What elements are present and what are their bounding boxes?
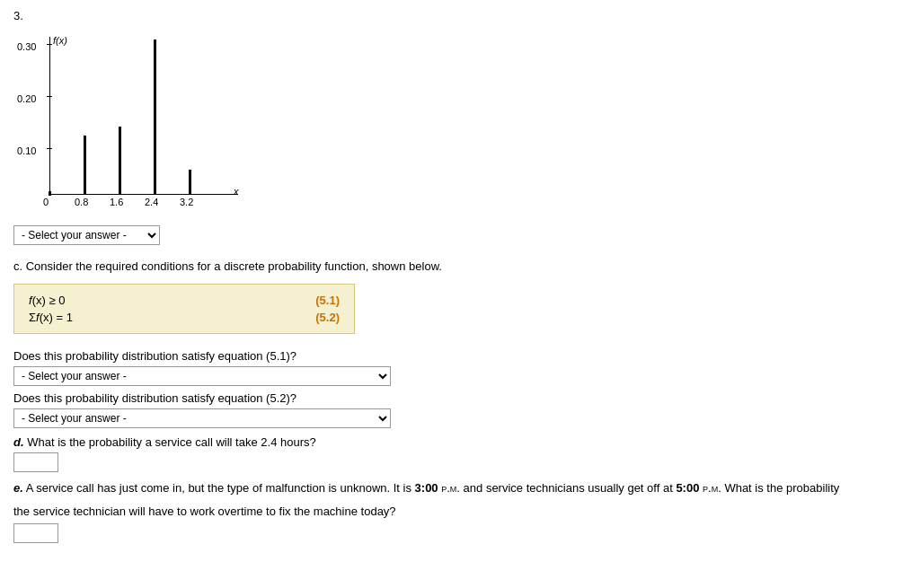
part-e-section: e. A service call has just come in, but … <box>13 479 907 543</box>
x-tick-32: 3.2 <box>180 197 193 207</box>
condition-row-2: Σf(x) = 1 (5.2) <box>25 309 343 326</box>
part-c-q2-select[interactable]: - Select your answer - Yes No <box>13 408 391 428</box>
y-tick-010: 0.10 <box>17 145 36 156</box>
x-axis <box>49 194 238 195</box>
part-c-q1-select-row: - Select your answer - Yes No <box>13 366 907 386</box>
part-d-label: d. <box>13 435 24 449</box>
conditions-box: f(x) ≥ 0 (5.1) Σf(x) = 1 (5.2) <box>13 284 355 334</box>
part-e-time1: 3:00 <box>415 481 438 495</box>
part-a-select-row: - Select your answer - Yes No <box>13 225 907 252</box>
x-tick-08: 0.8 <box>75 197 88 207</box>
part-d-input[interactable] <box>13 452 58 472</box>
condition-2-ref: (5.2) <box>223 309 343 326</box>
x-tick-16: 1.6 <box>110 197 123 207</box>
part-e-text-cont: the service technician will have to work… <box>13 503 907 521</box>
part-d-question-text: What is the probability a service call w… <box>27 435 316 449</box>
x-tick-24: 2.4 <box>145 197 158 207</box>
part-c-q2-text: Does this probability distribution satis… <box>13 391 907 405</box>
condition-2-lhs: Σf(x) = 1 <box>25 309 223 326</box>
y-tick-line-010 <box>47 148 52 149</box>
part-e-time2: 5:00 <box>676 481 699 495</box>
question-number: 3. <box>13 9 907 22</box>
part-c-intro: c. Consider the required conditions for … <box>13 259 907 273</box>
y-tick-line-020 <box>47 96 52 97</box>
part-e-text-before: A service call has just come in, but the… <box>26 481 415 495</box>
bar-0 <box>49 191 51 196</box>
bar-32 <box>189 170 191 195</box>
part-c-q1-select[interactable]: - Select your answer - Yes No <box>13 366 391 386</box>
x-tick-0: 0 <box>43 197 49 207</box>
bar-08 <box>84 136 86 195</box>
part-e-time2-suffix: p.m. What is the probability <box>703 481 839 495</box>
y-tick-030: 0.30 <box>17 41 36 52</box>
y-tick-line-030 <box>47 44 52 45</box>
chart-container: f(x) x 0.30 0.20 0.10 0 0.8 1.6 2.4 3.2 <box>13 28 247 216</box>
part-a-select-wrapper: - Select your answer - Yes No <box>13 225 160 245</box>
part-d-section: d. What is the probability a service cal… <box>13 435 907 472</box>
part-e-text: e. A service call has just come in, but … <box>13 479 907 497</box>
bar-24 <box>154 39 156 195</box>
bar-16 <box>119 127 121 195</box>
x-axis-label: x <box>234 186 239 197</box>
part-c-q2-select-row: - Select your answer - Yes No <box>13 408 907 428</box>
part-c-q1-text: Does this probability distribution satis… <box>13 349 907 363</box>
part-e-input[interactable] <box>13 523 58 543</box>
part-c-section: c. Consider the required conditions for … <box>13 259 907 428</box>
condition-1-lhs: f(x) ≥ 0 <box>25 292 223 309</box>
y-tick-020: 0.20 <box>17 93 36 104</box>
y-axis-label: f(x) <box>53 35 67 46</box>
condition-1-ref: (5.1) <box>223 292 343 309</box>
part-a-select[interactable]: - Select your answer - Yes No <box>13 225 160 245</box>
part-d-text: d. What is the probability a service cal… <box>13 435 907 449</box>
y-axis <box>49 37 50 194</box>
part-e-label: e. <box>13 481 23 495</box>
condition-row-1: f(x) ≥ 0 (5.1) <box>25 292 343 309</box>
part-e-time1-suffix: p.m. and service technicians usually get… <box>441 481 676 495</box>
